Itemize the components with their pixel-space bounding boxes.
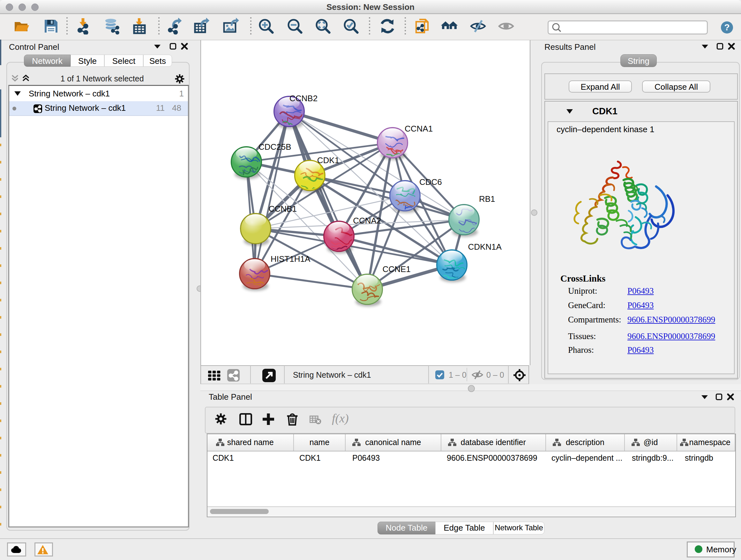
svg-text:CCNA2: CCNA2 <box>353 216 381 226</box>
svg-text:CCNB1: CCNB1 <box>269 204 297 213</box>
svg-text:?: ? <box>724 22 730 32</box>
svg-text:CDKN1A: CDKN1A <box>468 242 502 252</box>
svg-text:RB1: RB1 <box>479 194 495 204</box>
svg-text:CDK1: CDK1 <box>317 155 339 165</box>
svg-text:CCNE1: CCNE1 <box>383 264 411 274</box>
svg-text:CDC6: CDC6 <box>419 177 442 187</box>
svg-text:HIST1H1A: HIST1H1A <box>271 254 311 264</box>
svg-text:CCNB2: CCNB2 <box>289 94 318 103</box>
svg-text:CDC25B: CDC25B <box>259 142 291 152</box>
svg-text:CCNA1: CCNA1 <box>405 124 433 133</box>
